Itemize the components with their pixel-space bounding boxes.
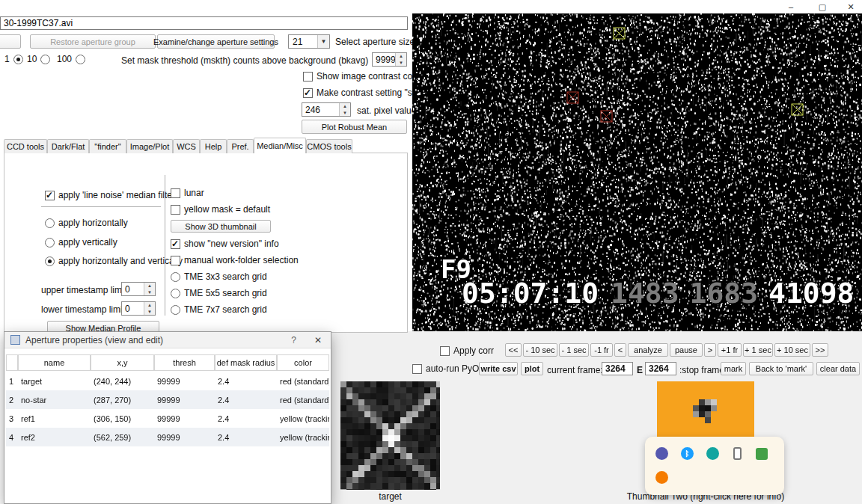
tme-7x7-radio[interactable]: TME 7x7 search grid — [171, 304, 267, 315]
new-version-info-checkbox[interactable]: show "new version" info — [171, 239, 279, 249]
line-noise-filter-checkbox[interactable]: apply 'line noise' median filter — [45, 190, 175, 200]
table-row[interactable]: 3 ref1 (306, 150) 99999 2.4 yellow (trac… — [6, 409, 329, 428]
tab-image-plot[interactable]: Image/Plot — [126, 139, 173, 153]
fwd-1-frame-button[interactable]: +1 fr — [718, 343, 742, 357]
examine-aperture-settings-button[interactable]: Examine/change aperture settings — [157, 34, 275, 49]
size-radio-100-label: 100 — [57, 54, 72, 64]
pause-button[interactable]: pause — [670, 343, 703, 357]
back-1-sec-button[interactable]: - 1 sec — [559, 343, 589, 357]
apply-both-radio[interactable]: apply horizontally and vertically — [45, 256, 183, 266]
aperture-marker-yellow-1[interactable] — [613, 27, 626, 40]
jump-far-forward-button[interactable]: >> — [812, 343, 828, 357]
fwd-10-sec-button[interactable]: + 10 sec — [774, 343, 810, 357]
tab-finder[interactable]: "finder" — [89, 139, 126, 153]
filename-input[interactable] — [0, 16, 408, 30]
apply-vertically-radio[interactable]: apply vertically — [45, 237, 117, 248]
checkbox-checked-icon — [45, 191, 55, 200]
size-radio-1[interactable]: 1 — [4, 54, 23, 64]
tme-5x5-radio[interactable]: TME 5x5 search grid — [171, 288, 267, 298]
col-header-name[interactable]: name — [18, 354, 91, 371]
spin-down-icon[interactable]: ▼ — [144, 309, 155, 316]
mark-button[interactable]: mark — [721, 362, 746, 375]
minimize-button[interactable]: – — [778, 0, 804, 13]
mask-threshold-spinbox[interactable]: 99999 ▲▼ — [372, 52, 407, 67]
app-icon-photos[interactable] — [756, 448, 768, 460]
back-10-sec-button[interactable]: - 10 sec — [523, 343, 557, 357]
apply-horizontally-radio[interactable]: apply horizontally — [45, 218, 128, 228]
spin-up-icon[interactable]: ▲ — [144, 283, 155, 289]
app-icon-orange[interactable] — [655, 471, 668, 484]
plot-button[interactable]: plot — [521, 362, 543, 375]
col-header-radius[interactable]: def mask radius — [215, 354, 277, 371]
back-1-frame-button[interactable]: -1 fr — [590, 343, 613, 357]
close-button[interactable]: ✕ — [838, 0, 862, 13]
tme-5x5-label: TME 5x5 search grid — [184, 288, 267, 298]
aperture-size-select[interactable]: 21 ▼ — [288, 34, 330, 49]
plot-robust-mean-button[interactable]: Plot Robust Mean — [302, 120, 407, 134]
size-radio-10[interactable]: 10 — [27, 54, 50, 64]
col-header-color[interactable]: color — [277, 354, 329, 371]
spin-down-icon[interactable]: ▼ — [340, 110, 350, 117]
tab-ccd-tools[interactable]: CCD tools — [4, 139, 47, 153]
col-header-xy[interactable]: x,y — [91, 354, 154, 371]
dialog-titlebar[interactable]: Aperture properties (view and edit) ? ✕ — [4, 332, 331, 348]
video-frame-display[interactable]: F9 05:07:101483168341098 — [412, 13, 862, 331]
dialog-close-icon[interactable]: ✕ — [314, 335, 322, 345]
fwd-1-sec-button[interactable]: + 1 sec — [743, 343, 773, 357]
clear-data-button[interactable]: clear data — [816, 362, 860, 375]
bluetooth-icon[interactable]: ᛒ — [681, 447, 694, 460]
spin-down-icon[interactable]: ▼ — [144, 289, 155, 296]
tab-cmos-tools[interactable]: CMOS tools — [306, 139, 352, 153]
upper-timestamp-limit-spinbox[interactable]: 0 ▲▼ — [121, 282, 156, 296]
spin-up-icon[interactable]: ▲ — [144, 302, 155, 309]
size-radio-100[interactable]: 100 — [57, 54, 85, 64]
manual-work-folder-checkbox[interactable]: manual work-folder selection — [171, 255, 299, 265]
app-icon-globe[interactable] — [706, 447, 719, 460]
analyze-button[interactable]: analyze — [628, 343, 668, 357]
app-icon-edge[interactable] — [655, 447, 668, 460]
tab-help[interactable]: Help — [200, 139, 227, 153]
cell-name: no-star — [18, 390, 91, 409]
e-indicator[interactable]: E — [637, 365, 643, 375]
back-to-mark-button[interactable]: Back to 'mark' — [749, 362, 813, 375]
show-contrast-checkbox[interactable]: Show image contrast control — [303, 71, 430, 82]
checkbox-icon — [440, 346, 450, 356]
jump-far-back-button[interactable]: << — [505, 343, 522, 357]
system-tray-flyout: ᛒ — [645, 437, 784, 495]
show-3d-thumbnail-button[interactable]: Show 3D thumbnail — [171, 220, 271, 233]
spin-down-icon[interactable]: ▼ — [396, 60, 406, 67]
apply-corr-checkbox[interactable]: Apply corr — [440, 345, 494, 356]
tme-3x3-label: TME 3x3 search grid — [184, 271, 267, 282]
tab-median-misc[interactable]: Median/Misc — [254, 138, 306, 153]
spin-up-icon[interactable]: ▲ — [396, 53, 406, 60]
aperture-marker-yellow-2[interactable] — [791, 103, 804, 117]
tab-wcs[interactable]: WCS — [173, 139, 200, 153]
tme-3x3-radio[interactable]: TME 3x3 search grid — [171, 271, 267, 282]
table-row[interactable]: 2 no-star (287, 270) 99999 2.4 red (stan… — [6, 390, 329, 409]
maximize-button[interactable]: ▢ — [810, 0, 835, 13]
sat-pixel-spinbox[interactable]: 246 ▲▼ — [302, 102, 351, 117]
new-version-info-label: show "new version" info — [184, 239, 279, 249]
partial-left-button[interactable] — [0, 34, 21, 49]
yellow-mask-default-checkbox[interactable]: yellow mask = default — [171, 204, 270, 215]
restore-aperture-group-button[interactable]: Restore aperture group — [30, 34, 156, 49]
table-row[interactable]: 1 target (240, 244) 99999 2.4 red (stand… — [6, 372, 329, 390]
write-csv-button[interactable]: write csv — [479, 362, 518, 375]
tab-pref[interactable]: Pref. — [227, 139, 254, 153]
spin-up-icon[interactable]: ▲ — [340, 103, 350, 110]
tab-dark-flat[interactable]: Dark/Flat — [47, 139, 89, 153]
step-back-button[interactable]: < — [614, 343, 626, 357]
aperture-marker-red-2[interactable] — [600, 110, 614, 123]
osd-number-1: 1483 — [611, 277, 679, 310]
current-frame-field[interactable]: 3264 — [602, 362, 633, 375]
lunar-checkbox[interactable]: lunar — [171, 188, 204, 198]
lower-timestamp-limit-spinbox[interactable]: 0 ▲▼ — [121, 301, 156, 316]
thumbnail-target[interactable] — [340, 381, 440, 490]
phone-link-icon[interactable] — [733, 447, 742, 460]
table-row[interactable]: 4 ref2 (562, 259) 99999 2.4 yellow (trac… — [6, 428, 329, 446]
aperture-marker-red-1[interactable] — [566, 91, 580, 105]
stop-frame-field[interactable]: 3264 — [645, 362, 676, 375]
col-header-thresh[interactable]: thresh — [154, 354, 215, 371]
step-forward-button[interactable]: > — [704, 343, 716, 357]
dialog-help-button[interactable]: ? — [291, 335, 296, 345]
